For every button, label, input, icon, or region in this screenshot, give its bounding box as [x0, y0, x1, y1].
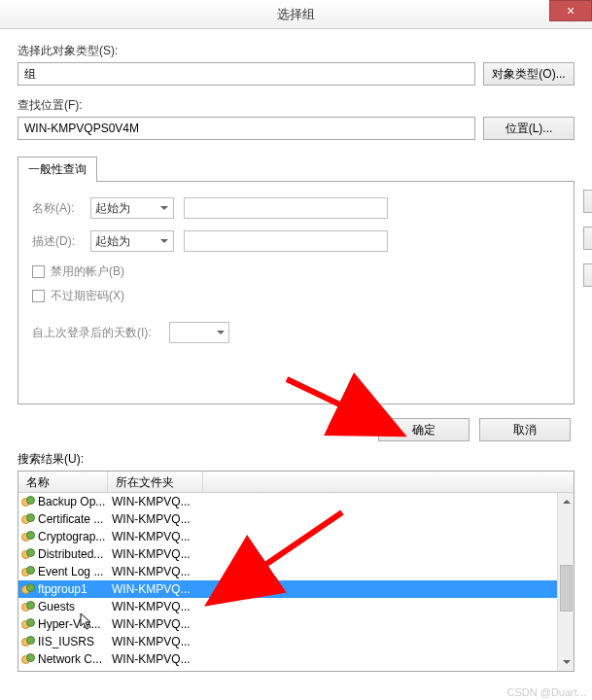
group-icon: [20, 599, 36, 614]
tab-general-query[interactable]: 一般性查询: [17, 157, 97, 182]
row-name: Backup Op...: [38, 495, 108, 508]
days-since-login-label: 自上次登录后的天数(I):: [32, 325, 152, 341]
group-icon: [20, 511, 36, 527]
stop-button[interactable]: 停止(T): [583, 263, 592, 287]
never-expire-checkbox[interactable]: [32, 290, 45, 302]
row-folder: WIN-KMPVQ...: [108, 600, 199, 613]
name-match-combo[interactable]: 起始为: [90, 197, 174, 219]
never-expire-label: 不过期密码(X): [51, 288, 124, 304]
group-icon: [20, 494, 36, 509]
group-icon: [20, 616, 36, 632]
results-label: 搜索结果(U):: [17, 451, 575, 468]
group-icon: [20, 564, 36, 579]
col-name-header[interactable]: 名称: [18, 472, 108, 492]
row-name: Hyper-V A...: [38, 617, 108, 631]
name-value-input[interactable]: [184, 197, 388, 219]
group-icon: [20, 529, 36, 544]
row-name: Certificate ...: [38, 512, 108, 526]
row-folder: WIN-KMPVQ...: [108, 512, 199, 526]
desc-value-input[interactable]: [184, 230, 388, 252]
disabled-accounts-checkbox[interactable]: [32, 265, 45, 278]
ok-button[interactable]: 确定: [378, 418, 470, 441]
query-tabs: 一般性查询 名称(A): 起始为 描述(D): 起始为: [17, 156, 575, 404]
titlebar: 选择组 ×: [0, 0, 592, 29]
columns-button[interactable]: 列(C)...: [583, 190, 592, 213]
group-icon: [20, 581, 36, 597]
close-icon: ×: [567, 3, 575, 18]
row-folder: WIN-KMPVQ...: [108, 530, 199, 543]
row-name: Guests: [38, 600, 108, 613]
row-folder: WIN-KMPVQ...: [108, 495, 199, 508]
group-icon: [20, 651, 36, 667]
table-row[interactable]: Event Log ...WIN-KMPVQ...: [18, 563, 574, 580]
group-icon: [20, 634, 36, 649]
cancel-button[interactable]: 取消: [479, 418, 571, 441]
table-row[interactable]: Hyper-V A...WIN-KMPVQ...: [18, 615, 574, 633]
table-row[interactable]: Network C...WIN-KMPVQ...: [18, 650, 574, 668]
table-row[interactable]: GuestsWIN-KMPVQ...: [18, 598, 574, 615]
row-name: Cryptograp...: [38, 530, 108, 543]
name-label: 名称(A):: [32, 200, 81, 217]
scrollbar-thumb[interactable]: [560, 565, 573, 612]
location-button[interactable]: 位置(L)...: [483, 117, 575, 140]
days-combo[interactable]: [169, 322, 229, 343]
search-now-button[interactable]: 立即查找(N): [583, 227, 592, 250]
disabled-accounts-label: 禁用的帐户(B): [51, 263, 124, 280]
row-name: ftpgroup1: [38, 582, 108, 596]
table-row[interactable]: Distributed...WIN-KMPVQ...: [18, 545, 574, 563]
results-grid: 名称 所在文件夹 Backup Op...WIN-KMPVQ...Certifi…: [17, 471, 575, 672]
object-type-input[interactable]: [17, 62, 475, 86]
row-name: Distributed...: [38, 547, 108, 561]
row-folder: WIN-KMPVQ...: [108, 565, 199, 578]
scroll-up-icon[interactable]: [558, 493, 575, 509]
table-row[interactable]: IIS_IUSRSWIN-KMPVQ...: [18, 633, 574, 650]
window-title: 选择组: [277, 6, 315, 23]
query-panel: 名称(A): 起始为 描述(D): 起始为 禁用的帐户(B): [17, 181, 575, 404]
close-button[interactable]: ×: [549, 0, 592, 21]
desc-match-combo[interactable]: 起始为: [90, 230, 174, 252]
object-types-button[interactable]: 对象类型(O)...: [483, 62, 575, 86]
table-row[interactable]: Backup Op...WIN-KMPVQ...: [18, 493, 574, 510]
group-icon: [20, 546, 36, 562]
table-row[interactable]: ftpgroup1WIN-KMPVQ...: [18, 580, 574, 598]
grid-header[interactable]: 名称 所在文件夹: [18, 472, 574, 493]
desc-label: 描述(D):: [32, 233, 81, 250]
watermark: CSDN @Duart...: [507, 686, 586, 698]
row-folder: WIN-KMPVQ...: [108, 635, 199, 648]
scroll-down-icon[interactable]: [558, 654, 575, 671]
scrollbar[interactable]: [557, 493, 574, 671]
row-name: Event Log ...: [38, 565, 108, 578]
row-name: IIS_IUSRS: [38, 635, 108, 648]
row-folder: WIN-KMPVQ...: [108, 617, 199, 631]
grid-body[interactable]: Backup Op...WIN-KMPVQ...Certificate ...W…: [18, 493, 574, 672]
object-type-label: 选择此对象类型(S):: [17, 43, 575, 59]
table-row[interactable]: Certificate ...WIN-KMPVQ...: [18, 510, 574, 528]
row-name: Network C...: [38, 652, 108, 666]
col-folder-header[interactable]: 所在文件夹: [108, 472, 203, 492]
row-folder: WIN-KMPVQ...: [108, 582, 199, 596]
location-input[interactable]: [17, 117, 475, 140]
row-folder: WIN-KMPVQ...: [108, 547, 199, 561]
find-location-label: 查找位置(F):: [17, 97, 575, 114]
row-folder: WIN-KMPVQ...: [108, 652, 199, 666]
table-row[interactable]: Cryptograp...WIN-KMPVQ...: [18, 528, 574, 545]
